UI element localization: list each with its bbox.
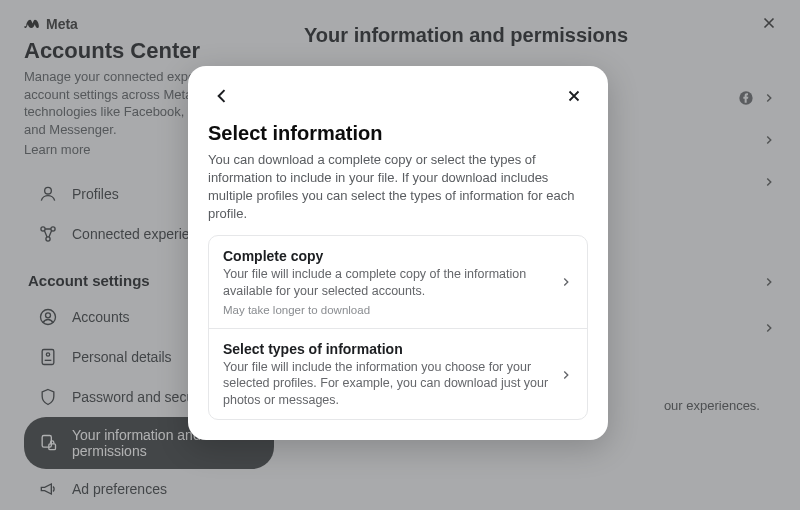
option-note: May take longer to download [223,304,549,316]
option-select-types[interactable]: Select types of information Your file wi… [209,328,587,421]
options-card: Complete copy Your file will include a c… [208,235,588,420]
select-information-modal: Select information You can download a co… [188,66,608,440]
chevron-right-icon [559,368,573,382]
option-complete-copy[interactable]: Complete copy Your file will include a c… [209,236,587,328]
close-icon [565,87,583,105]
modal-close-button[interactable] [560,82,588,110]
option-title: Select types of information [223,341,549,357]
option-subtitle: Your file will include a complete copy o… [223,266,549,300]
chevron-left-icon [212,86,232,106]
option-subtitle: Your file will include the information y… [223,359,549,410]
modal-title: Select information [208,122,588,145]
modal-description: You can download a complete copy or sele… [208,151,588,223]
option-title: Complete copy [223,248,549,264]
modal-back-button[interactable] [208,82,236,110]
chevron-right-icon [559,275,573,289]
